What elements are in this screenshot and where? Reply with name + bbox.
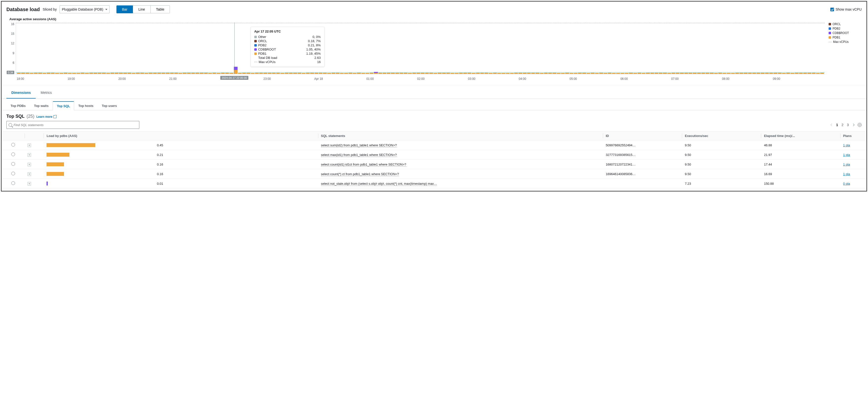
chevron-down-icon <box>105 9 107 10</box>
plans-link[interactable]: 0 pla <box>843 182 850 185</box>
tab-top-sql[interactable]: Top SQL <box>53 101 74 110</box>
sql-statement[interactable]: select not_stale.obj# from (select s.obj… <box>321 182 437 186</box>
col-id[interactable]: ID <box>603 132 682 140</box>
view-line-button[interactable]: Line <box>133 5 150 13</box>
chart-tooltip: Apr 17 22:05 UTC Other0, 0%ORCL0.18, 7%P… <box>251 27 324 67</box>
elapsed-time: 46.88 <box>761 140 840 150</box>
dash-icon <box>254 62 257 62</box>
sql-statement[interactable]: select sum(id2) from pdb1_table1 where S… <box>321 143 397 147</box>
table-row: +0.01select not_stale.obj# from (select … <box>1 179 867 189</box>
page-title: Database load <box>6 7 40 12</box>
plans-link[interactable]: 1 pla <box>843 143 850 147</box>
executions-per-sec: 9.50 <box>682 160 761 169</box>
tab-metrics[interactable]: Metrics <box>36 87 57 98</box>
view-mode-group: Bar Line Table <box>117 5 170 13</box>
executions-per-sec: 9.50 <box>682 150 761 160</box>
sql-id: 509976692552494… <box>603 140 682 150</box>
section-count: (25) <box>27 114 34 119</box>
learn-more-label: Learn more <box>36 115 53 118</box>
expand-icon[interactable]: + <box>28 153 31 157</box>
sql-statement[interactable]: select count(id1) id1ct from pdb1_table1… <box>321 163 406 167</box>
external-link-icon <box>54 115 56 118</box>
tooltip-max-value: 16 <box>317 60 320 64</box>
chart-x-axis: 18:0019:0020:0021:0023:00Apr 1801:0002:0… <box>16 74 825 81</box>
settings-gear-icon[interactable] <box>858 123 862 127</box>
show-max-vcpu-input[interactable] <box>830 8 834 11</box>
col-load[interactable]: Load by pdbs (AAS) <box>43 132 318 140</box>
show-max-vcpu-label: Show max vCPU <box>836 7 862 11</box>
load-value: 0.45 <box>157 143 163 147</box>
avg-badge: 0.34 <box>7 71 14 74</box>
row-radio[interactable] <box>11 143 15 147</box>
chart-y-axis: 161512963 <box>6 22 16 74</box>
elapsed-time: 21.97 <box>761 150 840 160</box>
tooltip-max-label: Max vCPUs <box>259 60 276 64</box>
chart-title: Average active sessions (AAS) <box>9 17 862 21</box>
view-table-button[interactable]: Table <box>151 5 170 13</box>
table-row: +0.16select count(*) ct from pdb1_table1… <box>1 169 867 179</box>
col-exec[interactable]: Executions/sec <box>682 132 761 140</box>
tab-top-waits[interactable]: Top waits <box>30 101 53 110</box>
view-bar-button[interactable]: Bar <box>117 5 133 13</box>
row-radio[interactable] <box>11 172 15 175</box>
sql-statement[interactable]: select count(*) ct from pdb1_table1 wher… <box>321 172 399 176</box>
tab-dimensions[interactable]: Dimensions <box>6 87 36 98</box>
page-2[interactable]: 2 <box>841 123 843 127</box>
expand-icon[interactable]: + <box>28 163 31 166</box>
plans-link[interactable]: 1 pla <box>843 172 850 176</box>
page-prev-icon[interactable] <box>830 123 833 126</box>
sliced-by-value: Pluggable Database (PDB) <box>62 7 103 11</box>
expand-icon[interactable]: + <box>28 182 31 185</box>
load-value: 0.21 <box>157 153 163 157</box>
legend-item[interactable]: Max vCPUs <box>829 40 862 44</box>
chart-hover-x-label: 2024-04-17 22:05:00 <box>220 76 248 80</box>
top-sql-table: Load by pdbs (AAS) SQL statements ID Exe… <box>1 131 867 189</box>
col-elapsed[interactable]: Elapsed time (ms)/... <box>761 132 840 140</box>
row-radio[interactable] <box>11 152 15 156</box>
sql-id: 169646140085836… <box>603 169 682 179</box>
tooltip-total-label: Total DB load <box>258 56 277 60</box>
search-input[interactable] <box>13 123 137 127</box>
load-value: 0.01 <box>157 182 163 185</box>
col-plans[interactable]: Plans <box>840 132 867 140</box>
legend-item[interactable]: ORCL <box>829 22 862 26</box>
table-row: +0.21select max(id1) from pdb1_table1 wh… <box>1 150 867 160</box>
plans-link[interactable]: 1 pla <box>843 163 850 166</box>
chart-plot[interactable]: 0.34 2024-04-17 22:05:00 Apr 17 22:05 UT… <box>16 22 825 74</box>
executions-per-sec: 9.50 <box>682 169 761 179</box>
tab-top-users[interactable]: Top users <box>97 101 121 110</box>
executions-per-sec: 9.50 <box>682 140 761 150</box>
show-max-vcpu-checkbox[interactable]: Show max vCPU <box>830 7 862 11</box>
learn-more-link[interactable]: Learn more <box>36 115 56 118</box>
sql-statement[interactable]: select max(id1) from pdb1_table1 where S… <box>321 153 397 157</box>
legend-item[interactable]: PDB1 <box>829 36 862 39</box>
table-row: +0.45select sum(id2) from pdb1_table1 wh… <box>1 140 867 150</box>
page-next-icon[interactable] <box>852 123 855 126</box>
executions-per-sec: 7.23 <box>682 179 761 189</box>
elapsed-time: 150.88 <box>761 179 840 189</box>
col-sql[interactable]: SQL statements <box>318 132 603 140</box>
legend-item[interactable]: PDB2 <box>829 27 862 30</box>
tab-top-pdbs[interactable]: Top PDBs <box>6 101 30 110</box>
elapsed-time: 17.44 <box>761 160 840 169</box>
chart-legend: ORCLPDB2CDB$ROOTPDB1Max vCPUs <box>825 22 862 44</box>
sliced-by-dropdown[interactable]: Pluggable Database (PDB) <box>60 5 109 13</box>
section-heading: Top SQL <box>6 114 25 119</box>
tab-top-hosts[interactable]: Top hosts <box>74 101 97 110</box>
search-input-wrapper[interactable] <box>6 121 140 129</box>
page-1[interactable]: 1 <box>836 123 838 127</box>
page-3[interactable]: 3 <box>847 123 849 127</box>
chart-bars <box>17 22 824 74</box>
row-radio[interactable] <box>11 181 15 185</box>
expand-icon[interactable]: + <box>28 172 31 176</box>
pagination: 1 2 3 <box>831 123 862 127</box>
expand-icon[interactable]: + <box>28 144 31 147</box>
tooltip-total-value: 2.63 <box>314 56 320 60</box>
load-value: 0.16 <box>157 172 163 176</box>
row-radio[interactable] <box>11 162 15 166</box>
plans-link[interactable]: 1 pla <box>843 153 850 157</box>
legend-item[interactable]: CDB$ROOT <box>829 31 862 35</box>
primary-tabs: Dimensions Metrics <box>1 87 867 99</box>
tooltip-title: Apr 17 22:05 UTC <box>254 30 321 33</box>
elapsed-time: 16.69 <box>761 169 840 179</box>
